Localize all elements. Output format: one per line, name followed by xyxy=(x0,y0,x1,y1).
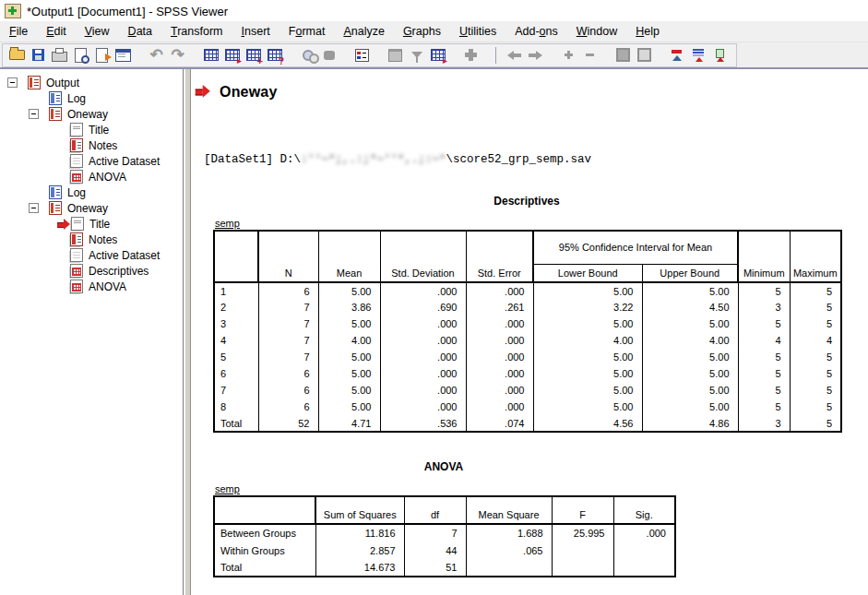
select-icon[interactable] xyxy=(318,45,339,65)
goto-case-icon[interactable] xyxy=(221,45,243,65)
menu-edit[interactable]: Edit xyxy=(37,22,76,41)
collapse-icon[interactable] xyxy=(579,45,600,65)
outline-item-title[interactable]: Title xyxy=(0,216,183,232)
outline-item-oneway[interactable]: Oneway xyxy=(0,106,183,122)
column-header: Mean Square xyxy=(466,496,552,524)
cell: 5 xyxy=(790,365,841,382)
menu-help[interactable]: Help xyxy=(626,22,669,41)
use-sets-icon[interactable] xyxy=(351,45,373,65)
menu-add-ons[interactable]: Add-ons xyxy=(505,22,567,41)
menu-data[interactable]: Data xyxy=(119,22,161,41)
row-label: Total xyxy=(214,559,315,577)
insert-heading-icon[interactable] xyxy=(460,45,482,65)
hide-output-icon[interactable] xyxy=(634,45,655,65)
outline-item-notes[interactable]: Notes xyxy=(0,137,183,153)
promote-icon[interactable] xyxy=(667,45,688,65)
cell: 5.00 xyxy=(642,315,738,332)
row-label: 7 xyxy=(214,382,258,399)
outline-item-label: ANOVA xyxy=(89,280,126,293)
tree-expander[interactable] xyxy=(29,109,39,119)
variable-info-icon[interactable] xyxy=(264,45,285,65)
outline-item-title[interactable]: Title xyxy=(0,122,183,137)
table-row: 375.00.000.0005.005.0055 xyxy=(214,315,841,332)
notes-icon xyxy=(70,138,83,152)
outline-size-icon[interactable] xyxy=(709,45,731,65)
cell: 5.00 xyxy=(318,349,380,365)
menu-file[interactable]: File xyxy=(0,22,37,41)
cell: .000 xyxy=(466,399,533,415)
menu-utilities[interactable]: Utilities xyxy=(450,22,505,41)
cell: .690 xyxy=(380,299,466,315)
cell: 5.00 xyxy=(318,382,380,399)
undo-icon[interactable]: ↶ xyxy=(146,45,167,65)
outline-item-output[interactable]: Output xyxy=(0,75,183,90)
outline-item-log[interactable]: Log xyxy=(0,184,183,200)
cell: 5.00 xyxy=(533,382,642,399)
find-icon[interactable] xyxy=(297,45,318,65)
cell: 5.00 xyxy=(642,349,738,365)
export-output-icon[interactable] xyxy=(91,45,113,65)
previous-output-icon[interactable] xyxy=(504,45,525,65)
cell xyxy=(466,559,552,577)
tree-slot xyxy=(50,219,71,230)
redo-icon[interactable]: ↷ xyxy=(167,45,188,65)
outline-item-active-dataset[interactable]: Active Dataset xyxy=(0,247,183,263)
cell xyxy=(552,559,613,577)
menu-window[interactable]: Window xyxy=(567,22,626,41)
variables-icon[interactable] xyxy=(243,45,264,65)
cell: .000 xyxy=(380,282,466,299)
filter-icon[interactable] xyxy=(406,45,427,65)
cell: 51 xyxy=(404,559,466,577)
cell: .000 xyxy=(466,315,533,332)
save-file-icon[interactable] xyxy=(28,45,49,65)
open-file-icon[interactable] xyxy=(6,45,28,65)
outline-item-oneway[interactable]: Oneway xyxy=(0,200,183,216)
show-output-icon[interactable] xyxy=(612,45,634,65)
menu-format[interactable]: Format xyxy=(279,22,335,41)
cell: .000 xyxy=(466,382,533,399)
cell: 7 xyxy=(404,524,466,541)
column-header: Lower Bound xyxy=(533,264,642,282)
cell: 3.86 xyxy=(318,299,380,315)
selected-item-arrow-icon xyxy=(57,219,70,230)
cell: 5.00 xyxy=(318,365,380,382)
outline-item-log[interactable]: Log xyxy=(0,90,183,106)
expand-icon[interactable] xyxy=(558,45,579,65)
next-output-icon[interactable] xyxy=(525,45,546,65)
anova-table[interactable]: Sum of SquaresdfMean SquareFSig.Between … xyxy=(213,495,676,577)
cell: 4 xyxy=(738,332,790,349)
recall-dialogs-icon[interactable] xyxy=(113,45,134,65)
outline-item-anova[interactable]: ANOVA xyxy=(0,169,183,184)
tree-slot xyxy=(29,109,49,119)
cell: 25.995 xyxy=(552,524,613,541)
menu-view[interactable]: View xyxy=(76,22,119,41)
menu-analyze[interactable]: Analyze xyxy=(334,22,393,41)
tree-slot xyxy=(29,203,49,213)
outline-item-anova[interactable]: ANOVA xyxy=(0,279,183,294)
cell: 5.00 xyxy=(318,282,380,299)
table-row: 665.00.000.0005.005.0055 xyxy=(214,365,841,382)
cell: 2.857 xyxy=(315,541,404,559)
print-icon[interactable] xyxy=(49,45,70,65)
oneway-book-icon xyxy=(49,201,62,215)
goto-data-icon[interactable] xyxy=(200,45,221,65)
tree-expander[interactable] xyxy=(29,203,39,213)
descriptives-table[interactable]: NMeanStd. DeviationStd. Error95% Confide… xyxy=(213,230,842,433)
tree-expander[interactable] xyxy=(7,77,18,88)
table-icon xyxy=(70,170,83,184)
outline-item-label: Output xyxy=(46,77,79,89)
demote-icon[interactable] xyxy=(688,45,709,65)
menu-transform[interactable]: Transform xyxy=(161,22,232,41)
print-preview-icon[interactable] xyxy=(70,45,91,65)
menu-graphs[interactable]: Graphs xyxy=(394,22,450,41)
pane-splitter[interactable] xyxy=(183,69,193,595)
select-last-output-icon[interactable] xyxy=(385,45,406,65)
menu-insert[interactable]: Insert xyxy=(232,22,279,41)
cell: 5.00 xyxy=(533,315,642,332)
outline-item-notes[interactable]: Notes xyxy=(0,232,183,247)
weight-cases-icon[interactable] xyxy=(427,45,448,65)
table-row: 765.00.000.0005.005.0055 xyxy=(214,382,841,399)
cell: 5.00 xyxy=(533,349,642,365)
outline-item-descriptives[interactable]: Descriptives xyxy=(0,263,183,279)
outline-item-active-dataset[interactable]: Active Dataset xyxy=(0,153,183,169)
